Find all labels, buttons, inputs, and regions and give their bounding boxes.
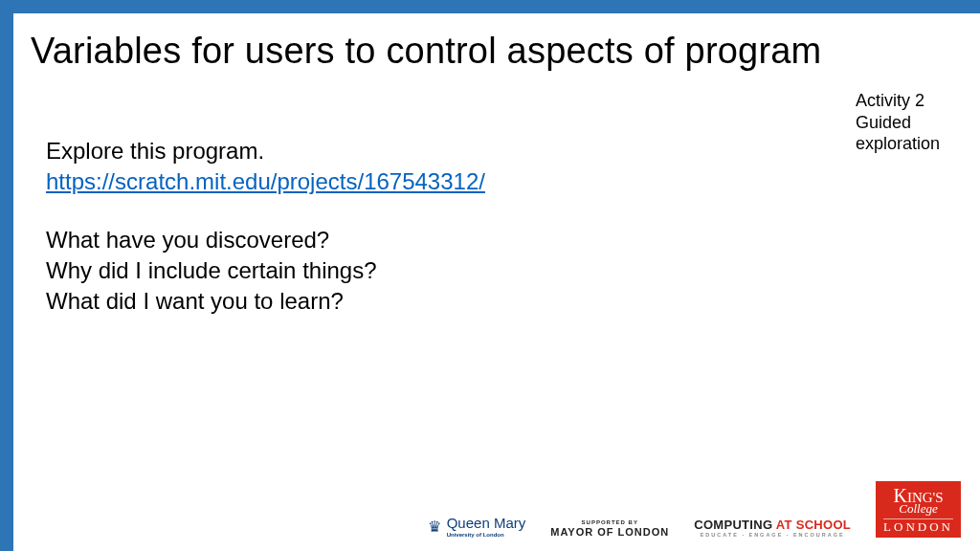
mayor-sup: SUPPORTED BY (582, 519, 638, 525)
activity-line-2: Guided (856, 112, 961, 134)
question-1: What have you discovered? (46, 225, 773, 255)
queen-mary-logo: ♛ Queen Mary University of London (428, 516, 526, 538)
activity-label: Activity 2 Guided exploration (856, 90, 961, 155)
cas-sub: EDUCATE · ENGAGE · ENCOURAGE (701, 533, 845, 539)
queen-mary-sub: University of London (447, 532, 526, 538)
kcl-college: College (899, 503, 937, 515)
cas-word-1: COMPUTING (694, 518, 776, 532)
cas-main: COMPUTING AT SCHOOL (694, 518, 851, 531)
intro-line: Explore this program. (46, 136, 773, 166)
body-text: Explore this program. https://scratch.mi… (46, 136, 773, 316)
slide-title: Variables for users to control aspects o… (31, 31, 821, 72)
kings-college-logo: KING'S College LONDON (876, 481, 961, 538)
activity-line-3: exploration (856, 133, 961, 155)
computing-at-school-logo: COMPUTING AT SCHOOL EDUCATE · ENGAGE · E… (694, 518, 851, 539)
footer-logos: ♛ Queen Mary University of London SUPPOR… (13, 481, 980, 538)
slide: Variables for users to control aspects o… (0, 0, 980, 551)
spacer (46, 196, 773, 225)
kcl-london: LONDON (883, 518, 953, 533)
project-link[interactable]: https://scratch.mit.edu/projects/1675433… (46, 166, 773, 197)
crown-icon: ♛ (428, 518, 441, 536)
queen-mary-text: Queen Mary University of London (447, 516, 526, 538)
cas-word-2: AT SCHOOL (776, 518, 851, 532)
mayor-of-london-logo: SUPPORTED BY MAYOR OF LONDON (550, 519, 669, 538)
activity-line-1: Activity 2 (856, 90, 961, 112)
queen-mary-main: Queen Mary (447, 516, 526, 530)
question-2: Why did I include certain things? (46, 255, 773, 286)
question-3: What did I want you to learn? (46, 286, 773, 317)
mayor-main: MAYOR OF LONDON (550, 526, 669, 538)
